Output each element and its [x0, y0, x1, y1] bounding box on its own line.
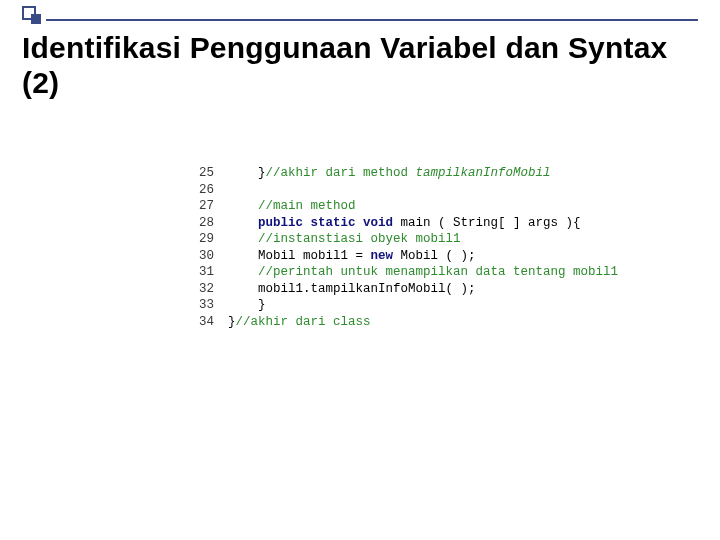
line-content: } — [228, 297, 266, 314]
code-line: 26 — [188, 182, 618, 199]
code-line: 32 mobil1.tampilkanInfoMobil( ); — [188, 281, 618, 298]
slide: Identifikasi Penggunaan Variabel dan Syn… — [0, 0, 720, 540]
line-number: 25 — [188, 165, 228, 182]
code-line: 30 Mobil mobil1 = new Mobil ( ); — [188, 248, 618, 265]
line-number: 30 — [188, 248, 228, 265]
line-content: Mobil mobil1 = new Mobil ( ); — [228, 248, 476, 265]
header-decoration — [22, 6, 698, 26]
code-line: 34}//akhir dari class — [188, 314, 618, 331]
line-number: 33 — [188, 297, 228, 314]
code-line: 31 //perintah untuk menampilkan data ten… — [188, 264, 618, 281]
code-line: 33 } — [188, 297, 618, 314]
code-line: 28 public static void main ( String[ ] a… — [188, 215, 618, 232]
code-line: 25 }//akhir dari method tampilkanInfoMob… — [188, 165, 618, 182]
line-number: 34 — [188, 314, 228, 331]
line-number: 31 — [188, 264, 228, 281]
code-block: 25 }//akhir dari method tampilkanInfoMob… — [188, 165, 618, 330]
line-content — [228, 182, 236, 199]
line-content: public static void main ( String[ ] args… — [228, 215, 581, 232]
square-solid-icon — [31, 14, 41, 24]
code-line: 27 //main method — [188, 198, 618, 215]
line-number: 32 — [188, 281, 228, 298]
line-number: 28 — [188, 215, 228, 232]
line-number: 26 — [188, 182, 228, 199]
slide-title: Identifikasi Penggunaan Variabel dan Syn… — [22, 30, 698, 101]
line-number: 29 — [188, 231, 228, 248]
line-content: }//akhir dari method tampilkanInfoMobil — [228, 165, 551, 182]
horizontal-rule — [46, 19, 698, 21]
line-content: //main method — [228, 198, 356, 215]
line-number: 27 — [188, 198, 228, 215]
code-line: 29 //instanstiasi obyek mobil1 — [188, 231, 618, 248]
line-content: }//akhir dari class — [228, 314, 371, 331]
line-content: //perintah untuk menampilkan data tentan… — [228, 264, 618, 281]
line-content: mobil1.tampilkanInfoMobil( ); — [228, 281, 476, 298]
line-content: //instanstiasi obyek mobil1 — [228, 231, 461, 248]
